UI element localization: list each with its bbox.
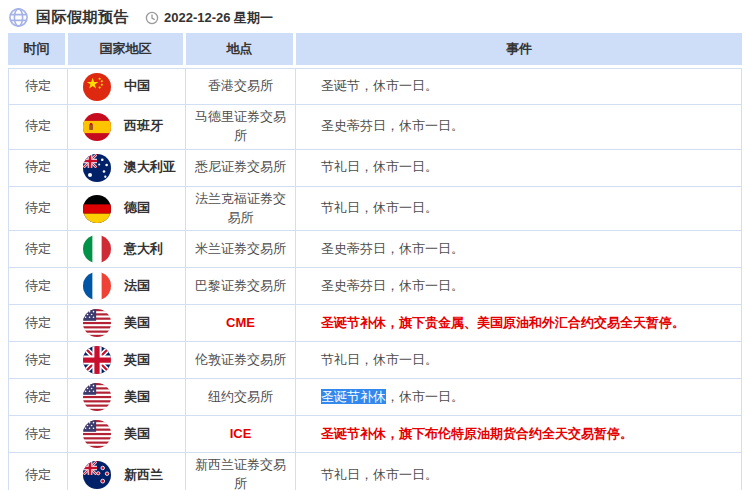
event-text: 圣诞节补休，旗下布伦特原油期货合约全天交易暂停。 xyxy=(321,426,633,441)
country-cell: 德国 xyxy=(68,187,186,232)
header-row: 时间 国家地区 地点 事件 xyxy=(8,33,742,68)
event-cell: 圣史蒂芬日，休市一日。 xyxy=(296,231,742,268)
column-header-venue: 地点 xyxy=(186,33,296,68)
country-wrap: 西班牙 xyxy=(83,113,182,141)
country-cell: 中国 xyxy=(68,68,186,105)
country-wrap: 新西兰 xyxy=(83,461,182,489)
event-text: 圣史蒂芬日，休市一日。 xyxy=(321,118,464,133)
holiday-forecast-page: 国际假期预告 2022-12-26 星期一 时间 国家地区 地点 事件 待定中国… xyxy=(0,0,746,490)
country-wrap: 中国 xyxy=(83,73,182,101)
time-cell: 待定 xyxy=(8,379,68,416)
table-header: 时间 国家地区 地点 事件 xyxy=(8,33,742,68)
flag-gb-icon xyxy=(83,346,111,374)
flag-it-icon xyxy=(83,235,111,263)
time-cell: 待定 xyxy=(8,268,68,305)
event-cell: 圣史蒂芬日，休市一日。 xyxy=(296,105,742,150)
column-header-country: 国家地区 xyxy=(68,33,186,68)
table-row: 待定美国ICE圣诞节补休，旗下布伦特原油期货合约全天交易暂停。 xyxy=(8,416,742,453)
country-cell: 澳大利亚 xyxy=(68,150,186,187)
country-name: 中国 xyxy=(124,77,150,96)
time-cell: 待定 xyxy=(8,416,68,453)
time-cell: 待定 xyxy=(8,231,68,268)
clock-icon xyxy=(145,11,159,25)
event-cell: 节礼日，休市一日。 xyxy=(296,187,742,232)
venue-cell: 巴黎证券交易所 xyxy=(186,268,296,305)
venue-cell: 悉尼证券交易所 xyxy=(186,150,296,187)
column-header-event: 事件 xyxy=(296,33,742,68)
venue-cell: 米兰证券交易所 xyxy=(186,231,296,268)
country-name: 美国 xyxy=(124,425,150,444)
flag-fr-icon xyxy=(83,272,111,300)
date-text: 2022-12-26 星期一 xyxy=(164,9,273,27)
country-cell: 美国 xyxy=(68,379,186,416)
table-row: 待定美国纽约交易所圣诞节补休，休市一日。 xyxy=(8,379,742,416)
country-name: 意大利 xyxy=(124,240,163,259)
event-text: 节礼日，休市一日。 xyxy=(321,352,438,367)
table-row: 待定西班牙马德里证券交易所圣史蒂芬日，休市一日。 xyxy=(8,105,742,150)
country-name: 英国 xyxy=(124,351,150,370)
flag-cn-icon xyxy=(83,73,111,101)
venue-cell: 新西兰证券交易所 xyxy=(186,453,296,490)
country-name: 法国 xyxy=(124,277,150,296)
table-row: 待定英国伦敦证券交易所节礼日，休市一日。 xyxy=(8,342,742,379)
event-cell: 节礼日，休市一日。 xyxy=(296,150,742,187)
event-text: 圣诞节补休，旗下贵金属、美国原油和外汇合约交易全天暂停。 xyxy=(321,315,685,330)
flag-au-icon xyxy=(83,154,111,182)
holiday-table: 时间 国家地区 地点 事件 待定中国香港交易所圣诞节，休市一日。待定西班牙马德里… xyxy=(8,33,742,490)
event-cell: 圣史蒂芬日，休市一日。 xyxy=(296,268,742,305)
country-wrap: 德国 xyxy=(83,195,182,223)
venue-cell: 法兰克福证券交易所 xyxy=(186,187,296,232)
country-wrap: 美国 xyxy=(83,420,182,448)
venue-cell: 香港交易所 xyxy=(186,68,296,105)
page-header: 国际假期预告 2022-12-26 星期一 xyxy=(0,0,746,33)
event-text: 圣诞节，休市一日。 xyxy=(321,78,438,93)
country-cell: 意大利 xyxy=(68,231,186,268)
event-text: 节礼日，休市一日。 xyxy=(321,159,438,174)
venue-cell: ICE xyxy=(186,416,296,453)
time-cell: 待定 xyxy=(8,187,68,232)
time-cell: 待定 xyxy=(8,150,68,187)
country-wrap: 美国 xyxy=(83,383,182,411)
country-wrap: 澳大利亚 xyxy=(83,154,182,182)
column-header-time: 时间 xyxy=(8,33,68,68)
event-text: 节礼日，休市一日。 xyxy=(321,200,438,215)
country-name: 澳大利亚 xyxy=(124,158,176,177)
country-wrap: 美国 xyxy=(83,309,182,337)
event-cell: 圣诞节补休，旗下贵金属、美国原油和外汇合约交易全天暂停。 xyxy=(296,305,742,342)
flag-us-icon xyxy=(83,420,111,448)
country-name: 西班牙 xyxy=(124,117,163,136)
table-row: 待定中国香港交易所圣诞节，休市一日。 xyxy=(8,68,742,105)
country-cell: 英国 xyxy=(68,342,186,379)
flag-us-icon xyxy=(83,383,111,411)
table-body: 待定中国香港交易所圣诞节，休市一日。待定西班牙马德里证券交易所圣史蒂芬日，休市一… xyxy=(8,68,742,490)
table-row: 待定澳大利亚悉尼证券交易所节礼日，休市一日。 xyxy=(8,150,742,187)
venue-cell: 马德里证券交易所 xyxy=(186,105,296,150)
event-text: 节礼日，休市一日。 xyxy=(321,467,438,482)
table-row: 待定意大利米兰证券交易所圣史蒂芬日，休市一日。 xyxy=(8,231,742,268)
table-row: 待定法国巴黎证券交易所圣史蒂芬日，休市一日。 xyxy=(8,268,742,305)
flag-es-icon xyxy=(83,113,111,141)
country-name: 新西兰 xyxy=(124,466,163,485)
country-name: 德国 xyxy=(124,199,150,218)
table-row: 待定德国法兰克福证券交易所节礼日，休市一日。 xyxy=(8,187,742,232)
flag-us-icon xyxy=(83,309,111,337)
selected-text: 圣诞节补休 xyxy=(321,389,386,404)
event-cell: 节礼日，休市一日。 xyxy=(296,453,742,490)
table-row: 待定新西兰新西兰证券交易所节礼日，休市一日。 xyxy=(8,453,742,490)
event-cell: 圣诞节补休，休市一日。 xyxy=(296,379,742,416)
country-cell: 美国 xyxy=(68,416,186,453)
country-wrap: 意大利 xyxy=(83,235,182,263)
event-cell: 圣诞节补休，旗下布伦特原油期货合约全天交易暂停。 xyxy=(296,416,742,453)
event-text: 圣史蒂芬日，休市一日。 xyxy=(321,278,464,293)
event-text: ，休市一日。 xyxy=(386,389,464,404)
date-display: 2022-12-26 星期一 xyxy=(145,9,273,27)
venue-cell: CME xyxy=(186,305,296,342)
globe-icon xyxy=(8,7,29,28)
time-cell: 待定 xyxy=(8,68,68,105)
event-text: 圣史蒂芬日，休市一日。 xyxy=(321,241,464,256)
table-row: 待定美国CME圣诞节补休，旗下贵金属、美国原油和外汇合约交易全天暂停。 xyxy=(8,305,742,342)
time-cell: 待定 xyxy=(8,305,68,342)
venue-cell: 纽约交易所 xyxy=(186,379,296,416)
country-cell: 新西兰 xyxy=(68,453,186,490)
event-cell: 圣诞节，休市一日。 xyxy=(296,68,742,105)
